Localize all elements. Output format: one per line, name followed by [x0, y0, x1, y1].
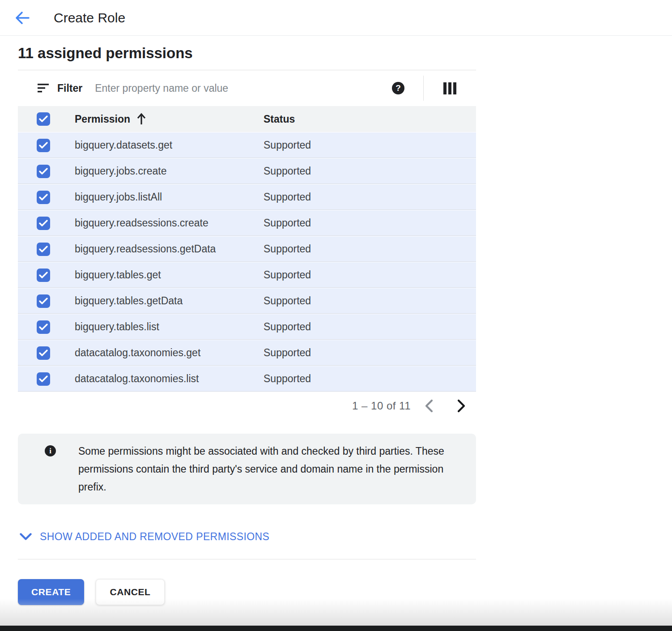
column-display-icon[interactable] — [443, 82, 456, 94]
status-cell: Supported — [264, 139, 476, 151]
status-cell: Supported — [264, 191, 476, 203]
permission-cell: datacatalog.taxonomies.get — [75, 347, 264, 359]
row-checkbox[interactable] — [37, 320, 50, 334]
permission-cell: bigquery.datasets.get — [75, 139, 264, 151]
table-row[interactable]: bigquery.readsessions.create Supported — [18, 210, 476, 236]
table-row[interactable]: bigquery.datasets.get Supported — [18, 132, 476, 158]
table-row[interactable]: datacatalog.taxonomies.get Supported — [18, 340, 476, 366]
row-checkbox[interactable] — [37, 217, 50, 230]
table-row[interactable]: bigquery.jobs.create Supported — [18, 158, 476, 184]
check-icon — [39, 298, 48, 305]
row-checkbox[interactable] — [37, 346, 50, 360]
back-button[interactable] — [12, 7, 33, 29]
toolbar-divider — [423, 76, 424, 101]
status-cell: Supported — [264, 217, 476, 229]
bottom-divider — [18, 559, 476, 559]
filter-label: Filter — [57, 82, 82, 94]
status-cell: Supported — [264, 165, 476, 177]
row-checkbox[interactable] — [37, 269, 50, 282]
filter-icon — [38, 84, 49, 93]
pagination: 1 – 10 of 11 — [18, 392, 476, 420]
permission-cell: bigquery.readsessions.create — [75, 217, 264, 229]
check-icon — [39, 375, 48, 383]
permission-cell: bigquery.jobs.create — [75, 165, 264, 177]
third-party-notice: i Some permissions might be associated w… — [18, 434, 476, 504]
check-icon — [39, 350, 48, 357]
top-app-bar: Create Role — [0, 0, 672, 36]
permission-cell: bigquery.jobs.listAll — [75, 191, 264, 203]
permission-column-header[interactable]: Permission — [75, 113, 264, 125]
row-checkbox[interactable] — [37, 372, 50, 386]
chevron-right-icon — [456, 399, 466, 413]
row-checkbox[interactable] — [37, 294, 50, 308]
check-icon — [39, 194, 48, 201]
table-header-row: Permission Status — [18, 106, 476, 132]
permission-cell: bigquery.readsessions.getData — [75, 243, 264, 255]
check-icon — [39, 168, 48, 175]
chevron-left-icon — [424, 399, 434, 413]
row-checkbox[interactable] — [37, 243, 50, 256]
show-link-label: SHOW ADDED AND REMOVED PERMISSIONS — [40, 531, 269, 543]
filter-toolbar: Filter ? — [18, 70, 476, 106]
select-all-checkbox[interactable] — [37, 112, 50, 126]
status-cell: Supported — [264, 373, 476, 385]
notice-text: Some permissions might be associated wit… — [78, 442, 458, 496]
table-row[interactable]: bigquery.readsessions.getData Supported — [18, 236, 476, 262]
table-row[interactable]: bigquery.jobs.listAll Supported — [18, 184, 476, 210]
action-buttons: CREATE CANCEL — [18, 579, 476, 605]
table-body: bigquery.datasets.get Supported bigquery… — [18, 132, 476, 392]
previous-page-button[interactable] — [422, 399, 436, 413]
page-title: Create Role — [54, 10, 125, 26]
create-button[interactable]: CREATE — [18, 579, 84, 605]
table-row[interactable]: bigquery.tables.getData Supported — [18, 288, 476, 314]
cancel-button[interactable]: CANCEL — [96, 579, 164, 605]
sort-ascending-icon — [136, 113, 146, 125]
table-row[interactable]: datacatalog.taxonomies.list Supported — [18, 366, 476, 392]
status-cell: Supported — [264, 321, 476, 333]
info-icon: i — [45, 445, 56, 456]
status-cell: Supported — [264, 295, 476, 307]
filter-input[interactable] — [95, 82, 392, 94]
row-checkbox[interactable] — [37, 139, 50, 152]
permission-cell: bigquery.tables.getData — [75, 295, 264, 307]
check-icon — [39, 220, 48, 227]
permission-cell: bigquery.tables.get — [75, 269, 264, 281]
row-checkbox[interactable] — [37, 165, 50, 178]
status-cell: Supported — [264, 347, 476, 359]
show-added-removed-permissions-link[interactable]: SHOW ADDED AND REMOVED PERMISSIONS — [18, 529, 476, 544]
pagination-range-label: 1 – 10 of 11 — [352, 400, 411, 412]
permissions-table: Permission Status bigquery.datasets.get … — [18, 106, 476, 392]
status-cell: Supported — [264, 243, 476, 255]
table-row[interactable]: bigquery.tables.get Supported — [18, 262, 476, 288]
check-icon — [39, 272, 48, 279]
check-icon — [39, 246, 48, 253]
status-cell: Supported — [264, 269, 476, 281]
permission-cell: bigquery.tables.list — [75, 321, 264, 333]
help-icon[interactable]: ? — [392, 82, 404, 94]
check-icon — [39, 115, 48, 123]
check-icon — [39, 324, 48, 331]
status-column-header[interactable]: Status — [264, 113, 476, 125]
main-content: 11 assigned permissions Filter ? — [18, 36, 476, 605]
assigned-permissions-heading: 11 assigned permissions — [18, 36, 476, 70]
back-arrow-icon — [15, 11, 30, 25]
row-checkbox[interactable] — [37, 191, 50, 204]
permission-cell: datacatalog.taxonomies.list — [75, 373, 264, 385]
chevron-down-icon — [20, 533, 32, 541]
check-icon — [39, 142, 48, 149]
next-page-button[interactable] — [455, 399, 468, 413]
bottom-window-edge — [0, 626, 672, 631]
table-row[interactable]: bigquery.tables.list Supported — [18, 314, 476, 340]
